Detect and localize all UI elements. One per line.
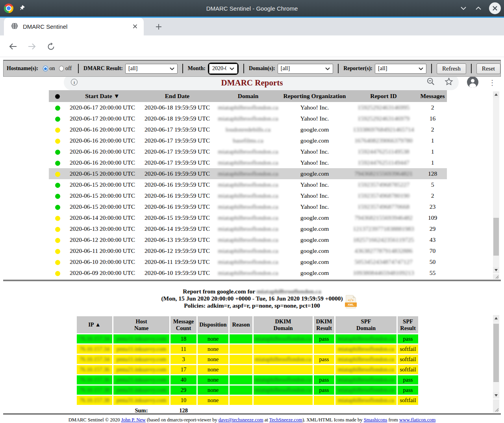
detail-column-header[interactable]: SPF Result: [398, 316, 418, 333]
host-cell: pmta31.inksavvy.com: [113, 386, 169, 395]
column-header-end-date[interactable]: End Date: [139, 90, 216, 102]
report-row[interactable]: 2020-06-15 20:00:00 UTC2020-06-16 19:59:…: [49, 179, 447, 190]
domain-cell: miataphilbrooflondon.ca: [216, 190, 280, 201]
report-id-cell: 15925292463146979: [349, 113, 418, 124]
back-icon[interactable]: [7, 41, 19, 52]
footer-link[interactable]: dave@techsneeze.com: [219, 417, 263, 423]
window-maximize-button[interactable]: [474, 4, 483, 13]
reports-scrollbar-thumb[interactable]: [493, 218, 499, 256]
reason-cell: [230, 396, 252, 405]
report-row[interactable]: 2020-06-10 20:00:00 UTC2020-06-11 19:59:…: [49, 256, 447, 267]
reload-icon[interactable]: [45, 41, 56, 52]
status-cell: [49, 234, 66, 245]
detail-column-header[interactable]: Disposition: [198, 316, 228, 333]
column-header-report-id[interactable]: Report ID: [349, 90, 418, 102]
detail-row[interactable]: 76.10.157.36pmta21.inksavvy.com40nonemia…: [77, 375, 418, 384]
month-select[interactable]: 2020-06: [209, 64, 237, 74]
messages-cell: 50: [418, 256, 447, 267]
detail-column-header[interactable]: Reason: [230, 316, 252, 333]
hostnames-on-label[interactable]: on: [50, 65, 55, 72]
hostnames-off-label[interactable]: off: [65, 65, 72, 72]
report-row[interactable]: 2020-06-14 20:00:00 UTC2020-06-15 19:59:…: [49, 212, 447, 223]
report-row[interactable]: 2020-06-13 20:00:00 UTC2020-06-14 19:59:…: [49, 223, 447, 234]
report-row[interactable]: 2020-06-15 20:00:00 UTC2020-06-16 19:59:…: [49, 168, 447, 179]
window-minimize-button[interactable]: [459, 4, 468, 13]
scroll-up-icon[interactable]: [493, 315, 499, 321]
report-row[interactable]: 2020-06-11 20:00:00 UTC2020-06-12 19:59:…: [49, 245, 447, 256]
detail-row[interactable]: 76.10.157.34pmta11.inksavvy.com18nonemia…: [77, 334, 418, 343]
footer-link[interactable]: John P. New: [121, 417, 146, 423]
detail-row[interactable]: 76.10.157.34pmta11.inksavvy.com3nonemiat…: [77, 355, 418, 364]
dkim-domain-cell: miataphilbrooflondon.ca: [254, 334, 313, 343]
footer-divider: [3, 413, 501, 415]
detail-column-header[interactable]: Message Count: [170, 316, 196, 333]
forward-icon[interactable]: [26, 41, 37, 52]
end-date-cell: 2020-06-17 19:59:59 UTC: [139, 146, 216, 157]
scroll-down-icon[interactable]: [493, 392, 499, 399]
detail-row[interactable]: 76.10.157.36pmta21.inksavvy.com17nonemia…: [77, 365, 418, 374]
dkim-result-cell: pass: [314, 334, 334, 343]
detail-header: Report from google.com for miataphilbroo…: [0, 288, 504, 309]
footer-link[interactable]: TechSneeze.com: [269, 417, 302, 423]
detail-column-header[interactable]: Host Name: [113, 316, 169, 333]
messages-cell: 2: [418, 124, 447, 135]
report-row[interactable]: 2020-06-17 20:00:00 UTC2020-06-18 19:59:…: [49, 113, 447, 124]
tab-close-icon[interactable]: [133, 23, 137, 30]
report-row[interactable]: 2020-06-15 20:00:00 UTC2020-06-16 19:59:…: [49, 201, 447, 212]
new-tab-button[interactable]: [153, 21, 165, 33]
column-header-reporting-organization[interactable]: Reporting Organization: [280, 90, 349, 102]
detail-resize-grip[interactable]: [493, 399, 499, 412]
report-row[interactable]: 2020-06-09 20:00:00 UTC2020-06-10 19:59:…: [49, 267, 447, 278]
footer-text: DMARC Sentinel © 2020: [69, 417, 121, 423]
reset-button[interactable]: Reset: [476, 63, 500, 74]
column-header-start-date-[interactable]: Start Date ▼: [66, 90, 139, 102]
report-id-cell: 15923574968785227: [349, 179, 418, 190]
detail-scrollbar[interactable]: [493, 315, 499, 399]
report-row[interactable]: 2020-06-15 20:00:00 UTC2020-06-16 19:59:…: [49, 190, 447, 201]
status-dot-icon: [55, 139, 60, 144]
report-row[interactable]: 2020-06-16 20:00:00 UTC2020-06-17 19:59:…: [49, 124, 447, 135]
detail-column-header[interactable]: SPF Domain: [335, 316, 397, 333]
xml-download-icon[interactable]: </> XML: [346, 295, 356, 308]
hostnames-on-radio[interactable]: [43, 66, 48, 71]
column-header-messages[interactable]: Messages: [418, 90, 447, 102]
tab-dmarc-sentinel[interactable]: DMARC Sentinel: [4, 18, 144, 35]
column-header-domain[interactable]: Domain: [216, 90, 280, 102]
report-row[interactable]: 2020-06-16 20:00:00 UTC2020-06-17 19:59:…: [49, 157, 447, 168]
reports-scrollbar[interactable]: [493, 91, 499, 273]
count-cell: 10: [170, 396, 196, 405]
domain-cell: miataphilbrooflondon.ca: [216, 102, 280, 113]
detail-column-header[interactable]: DKIM Result: [314, 316, 334, 333]
reports-resize-grip[interactable]: [493, 274, 499, 279]
org-cell: Yahoo! Inc.: [280, 113, 349, 124]
reporters-select[interactable]: [all]: [375, 64, 426, 74]
refresh-button[interactable]: Refresh: [437, 63, 466, 74]
footer-link[interactable]: Smashicons: [364, 417, 387, 423]
scroll-down-icon[interactable]: [493, 267, 499, 273]
dkim-domain-cell: miataphilbrooflondon.ca: [254, 375, 313, 384]
detail-column-header[interactable]: DKIM Domain: [254, 316, 313, 333]
report-row[interactable]: 2020-06-16 20:00:00 UTC2020-06-17 19:59:…: [49, 146, 447, 157]
host-cell: pmta11.inksavvy.com: [113, 355, 169, 364]
detail-scrollbar-thumb[interactable]: [493, 324, 499, 382]
dkim-result-cell: [314, 396, 334, 405]
scroll-up-icon[interactable]: [493, 91, 499, 98]
footer-link[interactable]: www.flaticon.com: [399, 417, 435, 423]
reason-cell: [230, 386, 252, 395]
report-row[interactable]: 2020-06-12 20:00:00 UTC2020-06-13 19:59:…: [49, 234, 447, 245]
report-row[interactable]: 2020-06-17 20:00:00 UTC2020-06-18 19:59:…: [49, 102, 447, 113]
report-row[interactable]: 2020-06-16 20:00:00 UTC2020-06-17 19:59:…: [49, 135, 447, 146]
window-close-button[interactable]: [489, 2, 501, 14]
detail-column-header[interactable]: IP ▲: [77, 316, 112, 333]
hostnames-off-radio[interactable]: [59, 66, 64, 71]
domain-cell: miataphilbrooflondon.ca: [216, 168, 280, 179]
detail-row[interactable]: 76.10.157.38pmta31.inksavvy.com29nonemia…: [77, 386, 418, 395]
detail-row[interactable]: 76.10.157.34pmta11.inksavvy.com11nonemia…: [77, 345, 418, 354]
detail-row[interactable]: 76.10.157.38pmta31.inksavvy.com10nonemia…: [77, 396, 418, 405]
dmarc-result-select[interactable]: [all]: [125, 64, 178, 74]
status-dot-icon: [55, 249, 60, 254]
dkim-result-cell: [314, 345, 334, 354]
status-column-header[interactable]: [49, 90, 66, 102]
status-dot-icon: [55, 205, 60, 210]
domains-select[interactable]: [all]: [278, 64, 333, 74]
